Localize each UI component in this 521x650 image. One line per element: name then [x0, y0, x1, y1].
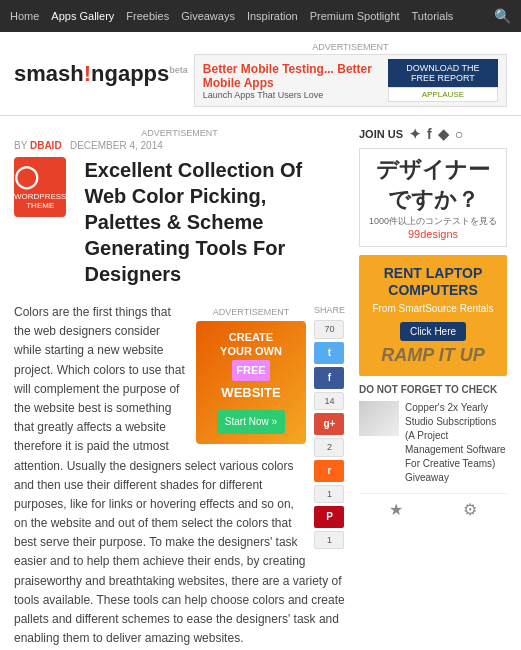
japanese-ad[interactable]: デザイナーですか？ 1000件以上のコンテストを見る 99designs — [359, 148, 507, 247]
rss-icon[interactable]: ◆ — [438, 126, 449, 142]
nav-tutorials[interactable]: Tutorials — [412, 10, 454, 22]
jp-ad-title: デザイナーですか？ — [366, 155, 500, 215]
social-icons: ✦ f ◆ ○ — [409, 126, 463, 142]
ad-create-website: WEBSITE — [204, 383, 298, 404]
ad-create-start-button[interactable]: Start Now » — [217, 410, 285, 434]
sidebar-check-item: Copper's 2x Yearly Studio Subscriptions … — [359, 401, 507, 485]
sidebar-check-thumbnail — [359, 401, 399, 436]
article-create-ad[interactable]: ADVERTISEMENT CREATE YOUR OWN FREE WEBSI… — [196, 303, 306, 444]
share-count-pi-top: 1 — [314, 531, 344, 549]
join-us-label: JOIN US — [359, 128, 403, 140]
wp-theme-label: WORDPRESS THEME — [14, 192, 66, 210]
ad-create-line2: YOUR OWN — [204, 345, 298, 358]
rent-laptop-ad[interactable]: RENT LAPTOP COMPUTERS From SmartSource R… — [359, 255, 507, 376]
header-ad-cta-button[interactable]: DOWNLOAD THE FREE REPORT — [388, 59, 498, 87]
search-icon[interactable]: 🔍 — [494, 8, 511, 24]
header-ad-title: Better Mobile Testing... Better Mobile A… — [203, 62, 380, 90]
header-ad-label: ADVERTISEMENT — [194, 40, 507, 54]
wordpress-icon: ◯ — [14, 164, 66, 190]
share-count-tw-top: 70 — [314, 320, 344, 338]
float-ad-label: ADVERTISEMENT — [196, 303, 306, 321]
share-bar-top: SHARE 70 t f 14 g+ 2 r 1 P 1 — [314, 303, 345, 549]
sidebar-star-icon[interactable]: ★ — [389, 500, 403, 519]
facebook-share-button-top[interactable]: f — [314, 367, 344, 389]
article-author[interactable]: DBAID — [30, 140, 62, 151]
join-us-section: JOIN US ✦ f ◆ ○ — [359, 126, 507, 142]
jp-ad-brand: 99designs — [366, 228, 500, 240]
header-advertisement: ADVERTISEMENT Better Mobile Testing... B… — [194, 40, 507, 107]
beta-label: beta — [169, 64, 188, 74]
article-date: DECEMBER 4, 2014 — [70, 140, 163, 151]
jp-ad-sub: 1000件以上のコンテストを見る — [366, 215, 500, 228]
article-body: SHARE 70 t f 14 g+ 2 r 1 P 1 ADVERTISEME… — [14, 303, 345, 650]
reddit-share-button-top[interactable]: r — [314, 460, 344, 482]
dont-forget-heading: DO NOT FORGET TO CHECK — [359, 384, 507, 395]
nav-inspiration[interactable]: Inspiration — [247, 10, 298, 22]
share-count-red-top: 1 — [314, 485, 344, 503]
article-ad-label: ADVERTISEMENT — [14, 126, 345, 140]
nav-giveaways[interactable]: Giveaways — [181, 10, 235, 22]
header-ad-subtitle: Launch Apps That Users Love — [203, 90, 380, 100]
nav-home[interactable]: Home — [10, 10, 39, 22]
wordpress-theme-badge: ◯ WORDPRESS THEME — [14, 157, 66, 217]
article-meta: BY DBAID DECEMBER 4, 2014 — [14, 140, 345, 151]
header-ad-text: Better Mobile Testing... Better Mobile A… — [203, 62, 380, 100]
rent-laptop-sub: From SmartSource Rentals — [367, 303, 499, 314]
rent-laptop-ramp: RAMP IT UP — [367, 345, 499, 366]
share-count-gp-top: 2 — [314, 438, 344, 456]
site-logo: smash!ngappsbeta — [14, 61, 188, 87]
share-count-fb-top: 14 — [314, 392, 344, 410]
pinterest-share-button-top[interactable]: P — [314, 506, 344, 528]
sidebar-bottom-icons: ★ ⚙ — [359, 493, 507, 519]
ad-create-line1: CREATE — [204, 331, 298, 344]
rent-laptop-button[interactable]: Click Here — [400, 322, 466, 341]
site-header: smash!ngappsbeta ADVERTISEMENT Better Mo… — [0, 32, 521, 116]
twitter-share-button-top[interactable]: t — [314, 342, 344, 364]
sidebar: JOIN US ✦ f ◆ ○ デザイナーですか？ 1000件以上のコンテストを… — [359, 126, 507, 650]
share-label-top: SHARE — [314, 303, 345, 317]
sidebar-check-description: Copper's 2x Yearly Studio Subscriptions … — [405, 401, 507, 485]
rent-laptop-title: RENT LAPTOP COMPUTERS — [367, 265, 499, 299]
header-ad-brand: APPLAUSE — [388, 87, 498, 102]
nav-apps-gallery[interactable]: Apps Gallery — [51, 10, 114, 22]
feed-icon[interactable]: ○ — [455, 126, 463, 142]
facebook-icon[interactable]: f — [427, 126, 432, 142]
twitter-icon[interactable]: ✦ — [409, 126, 421, 142]
googleplus-share-button-top[interactable]: g+ — [314, 413, 344, 435]
nav-premium-spotlight[interactable]: Premium Spotlight — [310, 10, 400, 22]
ad-create-free: FREE — [232, 360, 269, 382]
article-title: Excellent Collection Of Web Color Pickin… — [84, 157, 345, 287]
author-label: BY — [14, 140, 27, 151]
main-nav: Home Apps Gallery Freebies Giveaways Ins… — [0, 0, 521, 32]
sidebar-settings-icon[interactable]: ⚙ — [463, 500, 477, 519]
nav-freebies[interactable]: Freebies — [126, 10, 169, 22]
main-content: ADVERTISEMENT BY DBAID DECEMBER 4, 2014 … — [14, 126, 345, 650]
